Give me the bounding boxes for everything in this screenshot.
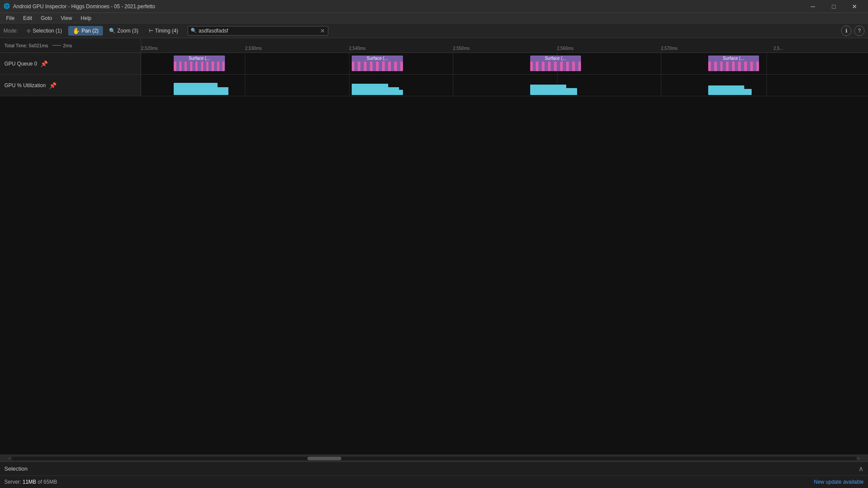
gpu-util-name: GPU % Utilization bbox=[4, 82, 46, 88]
util-bar-1 bbox=[352, 84, 388, 95]
mode-timing-label: Timing (4) bbox=[155, 28, 178, 34]
track-label-header: Total Time: 5s021ms 2ms bbox=[0, 38, 141, 52]
surface-stripes-1 bbox=[352, 62, 403, 71]
tracks-area: GPU Queue 0 📌 Surface (... bbox=[0, 53, 868, 455]
selection-collapse-button[interactable]: ∧ bbox=[858, 465, 864, 473]
mode-zoom[interactable]: 🔍 Zoom (3) bbox=[105, 26, 143, 35]
search-icon: 🔍 bbox=[191, 28, 197, 33]
util-bar-2b bbox=[563, 88, 577, 95]
pin-icon-gpu-util[interactable]: 📌 bbox=[49, 82, 56, 89]
util-bar-0 bbox=[174, 83, 217, 95]
horizontal-scrollbar[interactable]: ‹ › bbox=[0, 455, 868, 462]
empty-area bbox=[0, 96, 868, 455]
menu-edit[interactable]: Edit bbox=[19, 14, 36, 22]
surface-stripes-0 bbox=[174, 62, 224, 71]
menu-goto[interactable]: Goto bbox=[36, 14, 56, 22]
util-bar-0b bbox=[214, 87, 228, 95]
util-grid-2 bbox=[349, 75, 350, 96]
selection-title: Selection bbox=[4, 465, 27, 472]
grid-line-1 bbox=[245, 53, 245, 74]
ruler-mark-4: 2,560ms bbox=[557, 46, 574, 52]
update-available-link[interactable]: New update available bbox=[814, 479, 864, 485]
search-input[interactable] bbox=[198, 28, 320, 34]
scroll-thumb[interactable] bbox=[307, 457, 341, 460]
track-content-gpu-queue[interactable]: Surface (... Surface (... bbox=[141, 53, 868, 74]
surface-block-0[interactable]: Surface (... bbox=[174, 56, 224, 71]
menubar: File Edit Goto View Help bbox=[0, 13, 868, 23]
grid-line-5 bbox=[661, 53, 661, 74]
server-status-text: Server: 11MB of 65MB bbox=[4, 479, 57, 485]
server-total: of 65MB bbox=[36, 479, 57, 485]
grid-line-6 bbox=[766, 53, 767, 74]
app-icon: 🌐 bbox=[3, 3, 10, 10]
gpu-queue-name: GPU Queue 0 bbox=[4, 61, 37, 67]
status-bar: Server: 11MB of 65MB New update availabl… bbox=[0, 476, 868, 488]
scale-label: 2ms bbox=[53, 43, 72, 48]
surface-label-0: Surface (... bbox=[174, 56, 224, 61]
track-label-gpu-queue: GPU Queue 0 📌 bbox=[0, 53, 141, 74]
selection-icon: ⊹ bbox=[26, 28, 31, 34]
menu-file[interactable]: File bbox=[2, 14, 19, 22]
mode-pan[interactable]: ✋ Pan (2) bbox=[68, 26, 103, 36]
grid-line-2 bbox=[349, 53, 350, 74]
util-bar-2 bbox=[530, 85, 567, 95]
app-title: Android GPU Inspector - Higgs Dominoes -… bbox=[13, 3, 803, 10]
track-label-gpu-util: GPU % Utilization 📌 bbox=[0, 75, 141, 96]
close-button[interactable]: ✕ bbox=[845, 0, 865, 13]
ruler-mark-0: 2,520ms bbox=[141, 46, 158, 52]
window-controls: ─ □ ✕ bbox=[803, 0, 865, 13]
titlebar: 🌐 Android GPU Inspector - Higgs Dominoes… bbox=[0, 0, 868, 13]
timeline-ruler: 2,520ms 2,530ms 2,540ms 2,550ms 2,560ms … bbox=[141, 38, 868, 52]
timeline-header: Total Time: 5s021ms 2ms 2,520ms 2,530ms … bbox=[0, 38, 868, 53]
ruler-mark-5: 2,570ms bbox=[661, 46, 677, 52]
ruler-mark-6: 2,5... bbox=[773, 46, 783, 52]
util-grid-6 bbox=[766, 75, 767, 96]
mode-selection[interactable]: ⊹ Selection (1) bbox=[22, 26, 66, 35]
toolbar: Mode: ⊹ Selection (1) ✋ Pan (2) 🔍 Zoom (… bbox=[0, 23, 868, 38]
maximize-button[interactable]: □ bbox=[824, 0, 844, 13]
util-bar-3 bbox=[708, 85, 745, 95]
search-wrap: 🔍 ✕ bbox=[188, 26, 328, 36]
scroll-left-arrow[interactable]: ‹ bbox=[7, 456, 12, 461]
surface-stripes-2 bbox=[530, 62, 581, 71]
mode-pan-label: Pan (2) bbox=[82, 28, 99, 34]
surface-block-3[interactable]: Surface (... bbox=[708, 56, 759, 71]
ruler-mark-3: 2,550ms bbox=[453, 46, 469, 52]
minimize-button[interactable]: ─ bbox=[803, 0, 823, 13]
util-grid-1 bbox=[245, 75, 245, 96]
track-row-gpu-queue: GPU Queue 0 📌 Surface (... bbox=[0, 53, 868, 75]
info-button[interactable]: ℹ bbox=[841, 26, 851, 36]
util-grid-3 bbox=[453, 75, 453, 96]
surface-label-2: Surface (... bbox=[530, 56, 581, 61]
grid-line-3 bbox=[453, 53, 453, 74]
surface-label-1: Surface (... bbox=[352, 56, 403, 61]
menu-view[interactable]: View bbox=[56, 14, 76, 22]
server-used: 11MB bbox=[23, 479, 36, 485]
track-row-gpu-util: GPU % Utilization 📌 bbox=[0, 75, 868, 96]
toolbar-right: ℹ ? bbox=[841, 26, 865, 36]
util-grid-5 bbox=[661, 75, 661, 96]
mode-timing[interactable]: ⊢ Timing (4) bbox=[145, 26, 183, 35]
total-time-label: Total Time: 5s021ms bbox=[4, 43, 48, 48]
bottom-panel: Selection ∧ Server: 11MB of 65MB New upd… bbox=[0, 462, 868, 488]
surface-block-2[interactable]: Surface (... bbox=[530, 56, 581, 71]
server-label: Server: bbox=[4, 479, 23, 485]
pin-icon-gpu-queue[interactable]: 📌 bbox=[40, 60, 48, 67]
scroll-right-arrow[interactable]: › bbox=[856, 456, 861, 461]
surface-block-1[interactable]: Surface (... bbox=[352, 56, 403, 71]
scroll-track[interactable] bbox=[12, 457, 856, 460]
mode-selection-label: Selection (1) bbox=[33, 28, 62, 34]
track-content-gpu-util[interactable] bbox=[141, 75, 868, 96]
help-button[interactable]: ? bbox=[854, 26, 865, 36]
ruler-ticks: 2,520ms 2,530ms 2,540ms 2,550ms 2,560ms … bbox=[141, 38, 868, 52]
pan-icon: ✋ bbox=[73, 27, 80, 34]
search-clear-button[interactable]: ✕ bbox=[320, 27, 325, 34]
zoom-icon: 🔍 bbox=[109, 28, 116, 34]
surface-stripes-3 bbox=[708, 62, 759, 71]
scale-value: 2ms bbox=[63, 43, 72, 48]
surface-label-3: Surface (... bbox=[708, 56, 759, 61]
selection-header: Selection ∧ bbox=[0, 462, 868, 476]
mode-zoom-label: Zoom (3) bbox=[117, 28, 139, 34]
ruler-mark-2: 2,540ms bbox=[349, 46, 366, 52]
menu-help[interactable]: Help bbox=[76, 14, 96, 22]
